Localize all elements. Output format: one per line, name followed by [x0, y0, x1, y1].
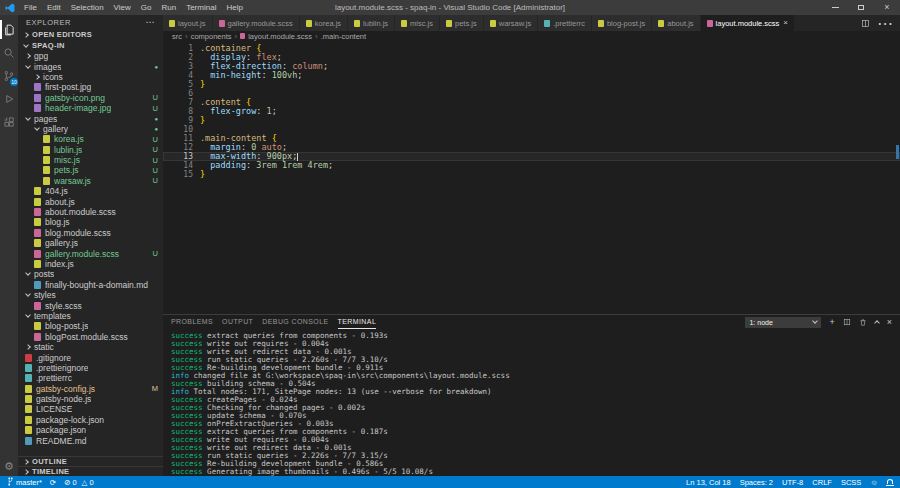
more-actions-icon[interactable]: ⋯	[146, 17, 156, 27]
panel-tab-debug-console[interactable]: DEBUG CONSOLE	[262, 315, 328, 329]
tree-item[interactable]: styles	[18, 290, 163, 300]
sidebar-section-timeline[interactable]: TIMELINE	[18, 466, 163, 476]
tree-item[interactable]: warsaw.jsU	[18, 176, 163, 186]
code-line[interactable]: 5}	[163, 80, 900, 89]
menu-edit[interactable]: Edit	[42, 0, 66, 15]
tree-item[interactable]: blogPost.module.scss	[18, 332, 163, 342]
tree-item[interactable]: blog.module.scss	[18, 228, 163, 238]
breadcrumb-item[interactable]: layout.module.scss	[248, 32, 312, 41]
tree-item[interactable]: gatsby-config.jsM	[18, 384, 163, 394]
tree-item[interactable]: static	[18, 342, 163, 352]
tree-item[interactable]: README.md	[18, 435, 163, 445]
tab-gallery.module.scss[interactable]: gallery.module.scss	[213, 15, 300, 31]
tree-item[interactable]: gallery.js	[18, 238, 163, 248]
new-terminal-icon[interactable]: +	[829, 318, 834, 327]
activity-extensions[interactable]	[0, 110, 18, 133]
sync-indicator[interactable]: ⟳	[50, 478, 56, 487]
tree-item[interactable]: templates	[18, 311, 163, 321]
cursor-position[interactable]: Ln 13, Col 18	[686, 478, 731, 487]
tree-item[interactable]: gatsby-icon.pngU	[18, 93, 163, 103]
tree-item[interactable]: LICENSE	[18, 404, 163, 414]
terminal-output[interactable]: success extract queries from components …	[163, 329, 900, 476]
close-button[interactable]: ×	[874, 0, 900, 15]
tree-item[interactable]: first-post.jpg	[18, 82, 163, 92]
tab-misc.js[interactable]: misc.js	[395, 15, 440, 31]
tree-item[interactable]: finally-bought-a-domain.md	[18, 280, 163, 290]
tree-item[interactable]: images●	[18, 61, 163, 71]
activity-settings[interactable]: ⚙	[4, 461, 14, 472]
code-line[interactable]: 4 min-height: 100vh;	[163, 71, 900, 80]
sidebar-section-outline[interactable]: OUTLINE	[18, 456, 163, 466]
tree-item[interactable]: pets.jsU	[18, 165, 163, 175]
close-panel-icon[interactable]: ×	[887, 318, 892, 327]
problems-indicator[interactable]: ⊘ 0 △ 0	[64, 478, 93, 487]
tab-blog-post.js[interactable]: blog-post.js	[592, 15, 652, 31]
tree-item[interactable]: gpg	[18, 51, 163, 61]
menu-view[interactable]: View	[109, 0, 136, 15]
tab-lublin.js[interactable]: lublin.js	[348, 15, 395, 31]
tree-item[interactable]: style.scss	[18, 300, 163, 310]
code-line[interactable]: 14 padding: 3rem 1rem 4rem;	[163, 161, 900, 170]
eol-setting[interactable]: CRLF	[812, 478, 832, 487]
editor-more-actions-icon[interactable]: ⋯	[877, 14, 893, 33]
tree-item[interactable]: about.module.scss	[18, 207, 163, 217]
tree-item[interactable]: posts	[18, 269, 163, 279]
tree-item[interactable]: lublin.jsU	[18, 145, 163, 155]
tree-item[interactable]: .prettierignore	[18, 363, 163, 373]
minimize-button[interactable]	[822, 0, 848, 15]
tree-item[interactable]: blog-post.js	[18, 321, 163, 331]
close-icon[interactable]: ×	[783, 19, 788, 27]
split-editor-icon[interactable]	[861, 14, 870, 32]
tree-item[interactable]: misc.jsU	[18, 155, 163, 165]
terminal-select[interactable]: 1: node	[745, 317, 821, 328]
tree-item[interactable]: gallery.module.scssU	[18, 248, 163, 258]
breadcrumb-item[interactable]: components	[191, 32, 232, 41]
tree-item[interactable]: .prettierrc	[18, 373, 163, 383]
tree-item[interactable]: package.json	[18, 425, 163, 435]
tree-item[interactable]: header-image.jpgU	[18, 103, 163, 113]
code-line[interactable]: 8 flex-grow: 1;	[163, 107, 900, 116]
feedback-smiley-icon[interactable]: ☺	[870, 478, 878, 487]
tree-item[interactable]: gatsby-node.js	[18, 394, 163, 404]
menu-help[interactable]: Help	[221, 0, 247, 15]
menu-go[interactable]: Go	[136, 0, 157, 15]
menu-terminal[interactable]: Terminal	[181, 0, 221, 15]
language-mode[interactable]: SCSS	[841, 478, 861, 487]
panel-tab-terminal[interactable]: TERMINAL	[338, 315, 377, 329]
tab-layout.module.scss[interactable]: layout.module.scss×	[701, 15, 795, 31]
tab-warsaw.js[interactable]: warsaw.js	[484, 15, 539, 31]
kill-terminal-icon[interactable]	[859, 318, 867, 327]
maximize-button[interactable]	[848, 0, 874, 15]
tree-item[interactable]: index.js	[18, 259, 163, 269]
breadcrumb-item[interactable]: src	[172, 32, 182, 41]
activity-search[interactable]	[0, 41, 18, 64]
menu-selection[interactable]: Selection	[66, 0, 109, 15]
menu-file[interactable]: File	[19, 0, 42, 15]
activity-source-control[interactable]: 10	[0, 64, 18, 87]
tab-pets.js[interactable]: pets.js	[440, 15, 484, 31]
open-editors-section[interactable]: OPEN EDITORS	[18, 29, 163, 40]
tree-item[interactable]: 404.js	[18, 186, 163, 196]
notifications-bell-icon[interactable]	[887, 480, 893, 484]
breadcrumb-item[interactable]: .main-content	[321, 32, 366, 41]
tree-item[interactable]: .gitignore	[18, 352, 163, 362]
tree-item[interactable]: gallery●	[18, 124, 163, 134]
tab-about.js[interactable]: about.js	[652, 15, 700, 31]
panel-tab-output[interactable]: OUTPUT	[222, 315, 253, 329]
tree-item[interactable]: blog.js	[18, 217, 163, 227]
tree-item[interactable]: korea.jsU	[18, 134, 163, 144]
tree-item[interactable]: pages●	[18, 113, 163, 123]
encoding-setting[interactable]: UTF-8	[782, 478, 803, 487]
tab-layout.js[interactable]: layout.js	[163, 15, 213, 31]
panel-tab-problems[interactable]: PROBLEMS	[171, 315, 213, 329]
activity-explorer[interactable]	[0, 18, 18, 41]
tab-.prettierrc[interactable]: .prettierrc	[538, 15, 592, 31]
tab-korea.js[interactable]: korea.js	[300, 15, 348, 31]
menu-run[interactable]: Run	[156, 0, 181, 15]
indentation-setting[interactable]: Spaces: 2	[740, 478, 773, 487]
maximize-panel-icon[interactable]	[875, 319, 879, 325]
code-line[interactable]: 6	[163, 89, 900, 98]
tree-item[interactable]: package-lock.json	[18, 415, 163, 425]
branch-indicator[interactable]: master*	[7, 477, 42, 488]
code-line[interactable]: 15}	[163, 170, 900, 179]
